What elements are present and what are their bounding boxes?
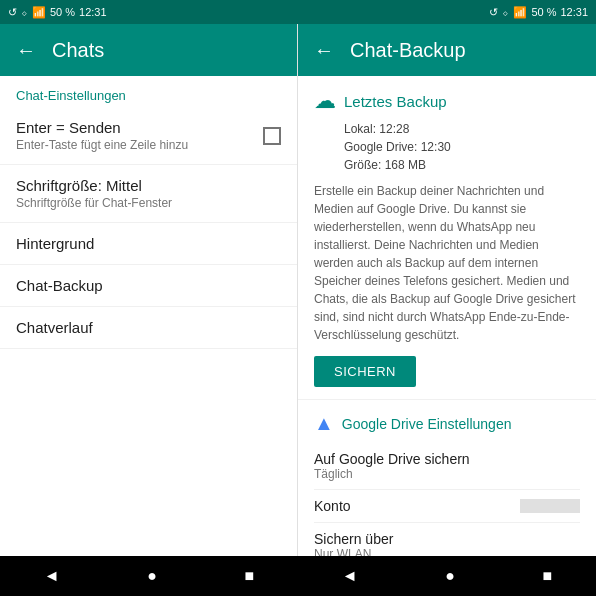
left-body: Chat-Einstellungen Enter = Senden Enter-…: [0, 76, 297, 556]
status-bar-left: ↺ ⬦ 📶 50 % 12:31: [8, 6, 107, 19]
chatverlauf-title: Chatverlauf: [16, 319, 281, 336]
backup-info: Lokal: 12:28 Google Drive: 12:30 Größe: …: [344, 120, 580, 174]
sichern-button[interactable]: SICHERN: [314, 356, 416, 387]
chat-settings-label: Chat-Einstellungen: [0, 76, 297, 107]
chat-backup-title: Chat-Backup: [16, 277, 281, 294]
sichern-ueber-subtitle: Nur WLAN: [314, 547, 580, 556]
time-left: 12:31: [79, 6, 107, 18]
back-nav-button-right[interactable]: ◄: [342, 567, 358, 585]
gdrive-item-sichern-ueber[interactable]: Sichern über Nur WLAN: [314, 523, 580, 556]
gdrive-icon: ▲: [314, 412, 334, 435]
nav-section-right: ◄ ● ■: [298, 556, 596, 596]
bluetooth-icon-left: ⬦: [21, 6, 28, 18]
recents-nav-button-left[interactable]: ■: [245, 567, 255, 585]
konto-title: Konto: [314, 498, 351, 514]
nav-section-left: ◄ ● ■: [0, 556, 298, 596]
right-body: ☁ Letztes Backup Lokal: 12:28 Google Dri…: [298, 76, 596, 556]
last-backup-section: ☁ Letztes Backup Lokal: 12:28 Google Dri…: [298, 76, 596, 400]
gdrive-title: Google Drive Einstellungen: [342, 416, 512, 432]
left-title: Chats: [52, 39, 104, 62]
refresh-icon-left: ↺: [8, 6, 17, 19]
status-bar: ↺ ⬦ 📶 50 % 12:31 ↺ ⬦ 📶 50 % 12:31: [0, 0, 596, 24]
backup-header: ☁ Letztes Backup: [314, 88, 580, 114]
right-title: Chat-Backup: [350, 39, 466, 62]
gdrive-section: ▲ Google Drive Einstellungen Auf Google …: [298, 400, 596, 556]
gdrive-item-sichern[interactable]: Auf Google Drive sichern Täglich: [314, 443, 580, 490]
backup-google-drive: Google Drive: 12:30: [344, 138, 580, 156]
backup-groesse: Größe: 168 MB: [344, 156, 580, 174]
gdrive-sichern-title: Auf Google Drive sichern: [314, 451, 580, 467]
home-nav-button-left[interactable]: ●: [147, 567, 157, 585]
gdrive-sichern-subtitle: Täglich: [314, 467, 580, 481]
cloud-icon: ☁: [314, 88, 336, 114]
hintergrund-title: Hintergrund: [16, 235, 281, 252]
time-right: 12:31: [560, 6, 588, 18]
sichern-ueber-title: Sichern über: [314, 531, 580, 547]
left-back-icon[interactable]: ←: [16, 39, 36, 62]
battery-right: 50 %: [531, 6, 556, 18]
back-nav-button-left[interactable]: ◄: [44, 567, 60, 585]
bluetooth-icon-right: ⬦: [502, 6, 509, 18]
right-back-icon[interactable]: ←: [314, 39, 334, 62]
battery-left: 50 %: [50, 6, 75, 18]
list-item-chat-backup[interactable]: Chat-Backup: [0, 265, 297, 307]
list-item-enter-senden[interactable]: Enter = Senden Enter-Taste fügt eine Zei…: [0, 107, 297, 165]
recents-nav-button-right[interactable]: ■: [543, 567, 553, 585]
schriftgroesse-title: Schriftgröße: Mittel: [16, 177, 281, 194]
bottom-nav: ◄ ● ■ ◄ ● ■: [0, 556, 596, 596]
left-panel: ← Chats Chat-Einstellungen Enter = Sende…: [0, 24, 298, 556]
enter-senden-checkbox[interactable]: [263, 127, 281, 145]
backup-lokal: Lokal: 12:28: [344, 120, 580, 138]
schriftgroesse-subtitle: Schriftgröße für Chat-Fenster: [16, 196, 281, 210]
list-item-schriftgroesse[interactable]: Schriftgröße: Mittel Schriftgröße für Ch…: [0, 165, 297, 223]
gdrive-header: ▲ Google Drive Einstellungen: [314, 412, 580, 435]
right-panel: ← Chat-Backup ☁ Letztes Backup Lokal: 12…: [298, 24, 596, 556]
backup-description: Erstelle ein Backup deiner Nachrichten u…: [314, 182, 580, 344]
refresh-icon-right: ↺: [489, 6, 498, 19]
status-bar-right: ↺ ⬦ 📶 50 % 12:31: [489, 6, 588, 19]
enter-senden-subtitle: Enter-Taste fügt eine Zeile hinzu: [16, 138, 263, 152]
right-header: ← Chat-Backup: [298, 24, 596, 76]
left-header: ← Chats: [0, 24, 297, 76]
last-backup-title: Letztes Backup: [344, 93, 447, 110]
enter-senden-title: Enter = Senden: [16, 119, 263, 136]
signal-icon-left: 📶: [32, 6, 46, 19]
signal-icon-right: 📶: [513, 6, 527, 19]
main-content: ← Chats Chat-Einstellungen Enter = Sende…: [0, 24, 596, 556]
konto-input[interactable]: [520, 499, 580, 513]
list-item-chatverlauf[interactable]: Chatverlauf: [0, 307, 297, 349]
list-item-hintergrund[interactable]: Hintergrund: [0, 223, 297, 265]
home-nav-button-right[interactable]: ●: [445, 567, 455, 585]
gdrive-item-konto[interactable]: Konto: [314, 490, 580, 523]
